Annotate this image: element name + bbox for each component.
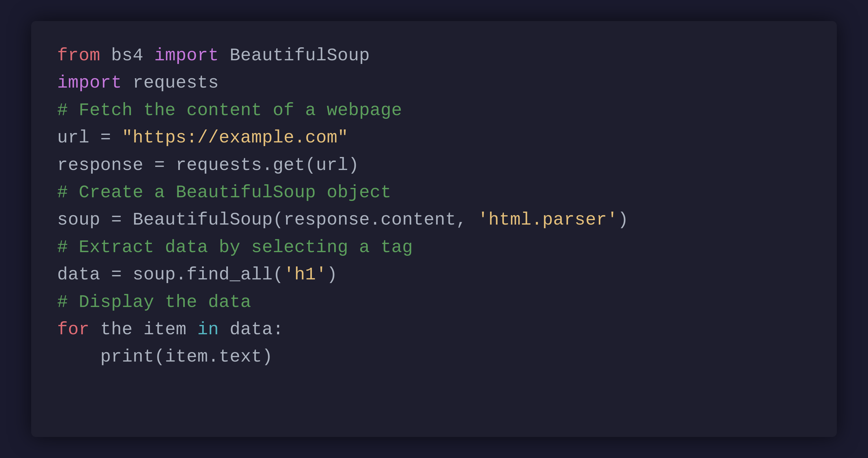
code-container: from bs4 import BeautifulSoupimport requ… bbox=[31, 21, 837, 437]
code-token: bs4 bbox=[100, 45, 154, 65]
code-token: soup = BeautifulSoup(response.content, bbox=[57, 210, 478, 230]
code-token: for bbox=[57, 319, 89, 339]
code-token: data = soup.find_all( bbox=[57, 265, 283, 285]
code-token: # Display the data bbox=[57, 292, 251, 312]
code-line-4: url = "https://example.com" bbox=[57, 124, 629, 151]
code-token: import bbox=[57, 73, 122, 93]
code-token: 'h1' bbox=[283, 265, 327, 285]
code-token: print(item.text) bbox=[57, 347, 273, 367]
code-token: BeautifulSoup bbox=[219, 45, 370, 65]
code-token: ) bbox=[618, 210, 629, 230]
code-token: 'html.parser' bbox=[478, 210, 618, 230]
code-line-9: data = soup.find_all('h1') bbox=[57, 261, 629, 288]
code-token: requests bbox=[122, 73, 219, 93]
code-token: data: bbox=[219, 319, 283, 339]
code-block: from bs4 import BeautifulSoupimport requ… bbox=[57, 42, 629, 371]
code-token: # Create a BeautifulSoup object bbox=[57, 182, 392, 203]
code-token: = bbox=[89, 128, 122, 148]
code-token: "https://example.com" bbox=[122, 128, 348, 148]
code-token: the item bbox=[89, 319, 197, 339]
code-token: import bbox=[154, 45, 219, 65]
code-token: from bbox=[57, 45, 100, 65]
code-line-8: # Extract data by selecting a tag bbox=[57, 234, 629, 261]
code-token: # Extract data by selecting a tag bbox=[57, 237, 413, 257]
code-line-10: # Display the data bbox=[57, 288, 629, 316]
code-line-7: soup = BeautifulSoup(response.content, '… bbox=[57, 206, 629, 234]
code-token: ) bbox=[327, 265, 338, 285]
code-line-11: for the item in data: bbox=[57, 316, 629, 343]
code-line-1: from bs4 import BeautifulSoup bbox=[57, 42, 629, 69]
code-line-5: response = requests.get(url) bbox=[57, 152, 629, 179]
code-line-3: # Fetch the content of a webpage bbox=[57, 97, 629, 124]
code-line-6: # Create a BeautifulSoup object bbox=[57, 179, 629, 206]
code-line-2: import requests bbox=[57, 69, 629, 96]
code-token: # Fetch the content of a webpage bbox=[57, 100, 402, 120]
code-token: in bbox=[197, 319, 219, 339]
code-line-12: print(item.text) bbox=[57, 343, 629, 370]
code-token: response = requests.get(url) bbox=[57, 155, 359, 175]
code-token: url bbox=[57, 128, 89, 148]
